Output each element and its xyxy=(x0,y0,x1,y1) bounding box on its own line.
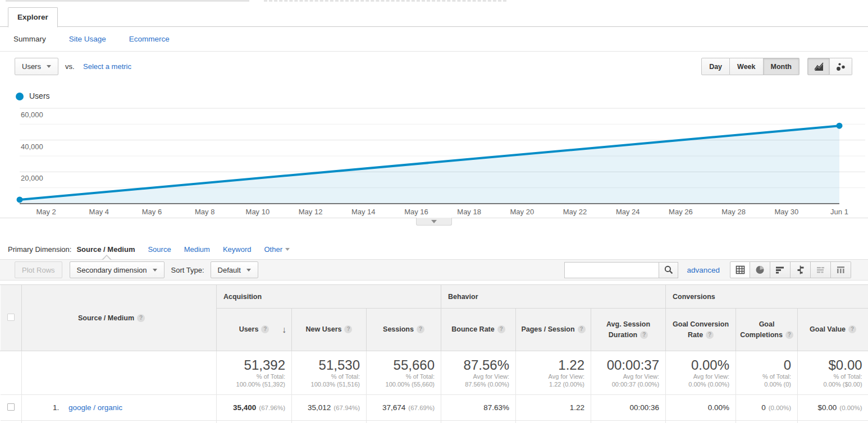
chevron-down-icon xyxy=(47,65,51,68)
pivot-view-icon xyxy=(836,265,846,274)
help-icon[interactable] xyxy=(261,325,269,333)
toolbar-right-cluster: advanced xyxy=(564,261,851,278)
search-button[interactable] xyxy=(659,262,678,278)
help-icon[interactable] xyxy=(344,325,352,333)
group-behavior: Behavior xyxy=(441,285,666,309)
view-table-button[interactable] xyxy=(730,261,750,278)
subnav-summary[interactable]: Summary xyxy=(13,35,46,43)
subnav-ecommerce[interactable]: Ecommerce xyxy=(129,35,170,43)
column-goal-completions[interactable]: Goal Completions xyxy=(736,309,798,351)
help-icon[interactable] xyxy=(706,331,714,339)
cell-goal-completions: 0(0.00%) xyxy=(736,395,798,421)
help-icon[interactable] xyxy=(578,325,586,333)
subnav-site-usage[interactable]: Site Usage xyxy=(69,35,106,43)
view-comparison-button[interactable] xyxy=(791,261,811,278)
granularity-day-button[interactable]: Day xyxy=(701,58,730,75)
source-medium-table: Source / Medium Acquisition Behavior Con… xyxy=(0,284,868,423)
svg-text:May 28: May 28 xyxy=(721,208,746,216)
row-checkbox[interactable] xyxy=(7,403,15,411)
cell-pages-session: 1.22 xyxy=(516,395,591,421)
help-icon[interactable] xyxy=(137,314,145,322)
view-performance-button[interactable] xyxy=(770,261,791,278)
cell-goal-conversion-rate: 0.00% xyxy=(666,395,736,421)
dimension-column-label: Source / Medium xyxy=(78,314,134,322)
column-goal-conversion-rate-label: Goal Conversion Rate xyxy=(673,320,729,339)
search-icon xyxy=(664,265,673,274)
granularity-and-view-controls: Day Week Month xyxy=(701,58,852,75)
select-all-checkbox[interactable] xyxy=(7,314,15,321)
advanced-search-link[interactable]: advanced xyxy=(687,266,720,274)
column-pages-session[interactable]: Pages / Session xyxy=(516,309,591,351)
sort-type-value: Default xyxy=(218,266,241,274)
column-users[interactable]: Users ↓ xyxy=(217,309,292,351)
help-icon[interactable] xyxy=(417,325,424,333)
report-subnav: Summary Site Usage Ecommerce xyxy=(0,27,868,52)
svg-text:May 30: May 30 xyxy=(774,208,798,216)
totals-avg-session-duration: 00:00:37 Avg for View: 00:00:37 (0.00%) xyxy=(591,351,666,395)
column-new-users[interactable]: New Users xyxy=(292,309,367,351)
table-search xyxy=(564,262,678,278)
sort-type-dropdown[interactable]: Default xyxy=(211,261,258,278)
dimension-source[interactable]: Source xyxy=(148,245,171,254)
sort-desc-arrow-icon: ↓ xyxy=(282,324,286,335)
view-percentage-button[interactable] xyxy=(750,261,770,278)
cell-sessions: 37,674(67.69%) xyxy=(367,395,441,421)
row-dimension-cell: 1. google / organic xyxy=(22,395,217,421)
column-goal-conversion-rate[interactable]: Goal Conversion Rate xyxy=(666,309,736,351)
svg-text:May 4: May 4 xyxy=(89,208,109,216)
line-chart-button[interactable] xyxy=(807,58,830,75)
cell-goal-value: $0.00(0.00%) xyxy=(798,395,868,421)
term-cloud-view-icon xyxy=(816,265,825,274)
column-sessions[interactable]: Sessions xyxy=(367,309,441,351)
users-over-time-chart[interactable]: 20,00040,00060,000May 2May 4May 6May 8Ma… xyxy=(0,105,868,218)
chart-type-group xyxy=(807,58,852,75)
column-bounce-rate[interactable]: Bounce Rate xyxy=(441,309,516,351)
chart-collapse-handle[interactable] xyxy=(416,218,452,226)
column-new-users-label: New Users xyxy=(306,325,342,333)
metric-select-dropdown[interactable]: Users xyxy=(15,58,58,75)
tab-explorer[interactable]: Explorer xyxy=(8,7,58,27)
chevron-down-icon xyxy=(285,248,290,251)
column-avg-session-duration[interactable]: Avg. Session Duration xyxy=(591,309,666,351)
totals-users: 51,392 % of Total: 100.00% (51,392) xyxy=(217,351,292,395)
dimension-other-dropdown[interactable]: Other xyxy=(264,245,290,254)
select-all-header-cell xyxy=(1,285,22,351)
column-goal-value[interactable]: Goal Value xyxy=(798,309,868,351)
svg-text:May 24: May 24 xyxy=(616,208,640,216)
granularity-group: Day Week Month xyxy=(701,58,800,75)
svg-text:Jun 1: Jun 1 xyxy=(830,208,848,216)
help-icon[interactable] xyxy=(497,325,505,333)
select-a-metric-link[interactable]: Select a metric xyxy=(83,62,131,71)
secondary-dimension-dropdown[interactable]: Secondary dimension xyxy=(70,261,165,278)
help-icon[interactable] xyxy=(848,325,856,333)
secondary-dimension-label: Secondary dimension xyxy=(77,266,147,274)
view-term-cloud-button[interactable] xyxy=(811,261,831,278)
svg-text:May 12: May 12 xyxy=(299,208,323,216)
help-icon[interactable] xyxy=(785,331,793,339)
chart-controls: Users vs. Select a metric Day Week Month xyxy=(0,52,868,81)
dimension-keyword[interactable]: Keyword xyxy=(223,245,252,254)
area-chart-canvas[interactable]: 20,00040,00060,000May 2May 4May 6May 8Ma… xyxy=(0,105,868,218)
dimension-medium[interactable]: Medium xyxy=(184,245,210,254)
chevron-down-icon xyxy=(431,220,437,223)
totals-bounce-rate: 87.56% Avg for View: 87.56% (0.00%) xyxy=(441,351,516,395)
report-tab-bar: Explorer xyxy=(0,0,868,27)
dimension-column-header[interactable]: Source / Medium xyxy=(22,285,217,351)
svg-text:May 16: May 16 xyxy=(404,208,428,216)
totals-checkbox-cell xyxy=(1,351,22,395)
source-medium-link[interactable]: google / organic xyxy=(68,403,122,412)
search-input[interactable] xyxy=(564,262,659,278)
svg-text:May 10: May 10 xyxy=(246,208,270,216)
row-checkbox-cell xyxy=(1,395,22,421)
group-conversions: Conversions xyxy=(666,285,868,309)
help-icon[interactable] xyxy=(640,331,648,339)
view-pivot-button[interactable] xyxy=(831,261,851,278)
dimension-other-label: Other xyxy=(264,245,282,254)
motion-chart-button[interactable] xyxy=(830,58,852,75)
granularity-week-button[interactable]: Week xyxy=(730,58,763,75)
svg-text:60,000: 60,000 xyxy=(21,111,43,119)
table-toolbar: Plot Rows Secondary dimension Sort Type:… xyxy=(0,259,868,281)
plot-rows-button[interactable]: Plot Rows xyxy=(15,261,62,278)
dimension-source-medium[interactable]: Source / Medium xyxy=(76,245,135,254)
granularity-month-button[interactable]: Month xyxy=(764,58,800,75)
